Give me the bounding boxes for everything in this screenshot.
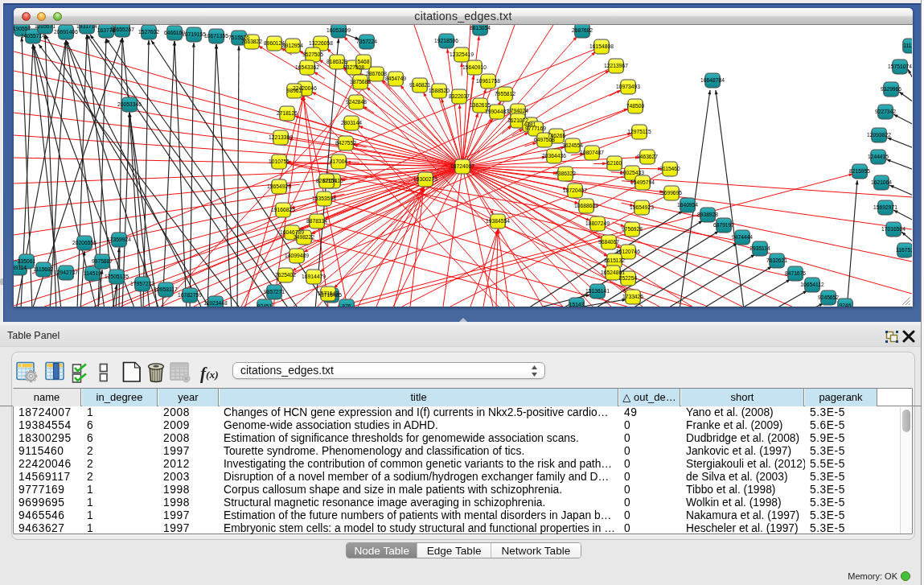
svg-text:8322037: 8322037 [449,93,470,99]
svg-text:15136141: 15136141 [585,288,610,294]
svg-text:62160: 62160 [607,160,622,166]
svg-text:9329966: 9329966 [881,86,901,92]
svg-text:20364436: 20364436 [542,153,566,159]
svg-text:39114: 39114 [14,265,27,270]
svg-text:19300273: 19300273 [413,176,437,182]
svg-text:8427552: 8427552 [335,140,356,146]
svg-text:10025433: 10025433 [620,170,644,175]
svg-text:10654112: 10654112 [800,282,824,287]
svg-text:3498222: 3498222 [294,234,314,240]
svg-text:2935114: 2935114 [749,245,770,251]
svg-text:1615132: 1615132 [604,257,625,263]
svg-text:1244415: 1244415 [868,154,889,159]
svg-text:7632621: 7632621 [766,257,787,263]
svg-text:12213967: 12213967 [604,63,628,68]
svg-text:9146821: 9146821 [409,82,430,88]
svg-text:16053809: 16053809 [326,27,351,33]
svg-text:11923448: 11923448 [203,300,228,306]
svg-text:9246: 9246 [840,303,852,307]
svg-text:8267154: 8267154 [316,178,337,183]
svg-text:12325419: 12325419 [450,51,474,57]
svg-text:19166825: 19166825 [271,207,295,212]
svg-text:7357224: 7357224 [356,39,377,44]
svg-text:6497568: 6497568 [534,137,555,142]
svg-text:8938928: 8938928 [697,212,718,217]
svg-text:19654923: 19654923 [630,204,654,210]
svg-text:9857271: 9857271 [264,289,285,295]
svg-text:17957273: 17957273 [130,281,154,286]
svg-text:15692971: 15692971 [873,204,897,210]
svg-text:19218506: 19218506 [434,38,458,43]
svg-text:9699695: 9699695 [661,190,682,196]
svg-text:98961: 98961 [287,88,302,93]
svg-text:7386322: 7386322 [555,171,576,176]
svg-text:1527602: 1527602 [138,29,159,35]
svg-text:1640954: 1640954 [677,202,698,208]
svg-text:1115682: 1115682 [33,266,53,272]
svg-text:9756928: 9756928 [622,226,643,232]
svg-text:10719155: 10719155 [182,31,206,37]
svg-text:19654925: 19654925 [267,183,291,189]
svg-text:335061: 335061 [18,258,36,264]
svg-text:20206556: 20206556 [72,240,97,245]
svg-text:8813054: 8813054 [470,25,491,31]
svg-text:19384554: 19384554 [486,218,510,224]
svg-text:12505135: 12505135 [105,274,129,279]
svg-text:9777169: 9777169 [525,126,546,131]
svg-text:14055714: 14055714 [21,33,45,39]
svg-text:9463627: 9463627 [637,154,658,159]
svg-text:8878334: 8878334 [306,218,327,224]
svg-text:18720407: 18720407 [563,187,587,193]
svg-text:11123: 11123 [903,43,912,48]
svg-text:116753: 116753 [896,247,912,253]
svg-text:20691406: 20691406 [54,29,78,35]
svg-text:13226058: 13226058 [309,40,333,46]
svg-text:10807487: 10807487 [580,150,604,155]
svg-text:16648784: 16648784 [700,77,725,83]
svg-text:1571643: 1571643 [318,290,339,296]
svg-text:9684067: 9684067 [598,239,619,245]
svg-text:8186328: 8186328 [326,59,347,64]
svg-text:12942737: 12942737 [54,270,78,275]
svg-text:1362615: 1362615 [470,102,491,108]
svg-text:8215955: 8215955 [849,168,870,174]
svg-text:9245652: 9245652 [818,295,839,300]
svg-text:15495794: 15495794 [630,179,655,185]
svg-text:9975887: 9975887 [92,258,113,264]
svg-text:16154808: 16154808 [589,43,614,49]
svg-text:12975115: 12975115 [627,129,651,134]
svg-text:15751074: 15751074 [888,64,912,69]
svg-text:10973493: 10973493 [616,84,640,89]
svg-text:8471676: 8471676 [785,270,806,276]
svg-text:17016504: 17016504 [881,226,906,232]
svg-text:3875685: 3875685 [350,79,371,84]
svg-text:10958117: 10958117 [154,286,178,292]
svg-text:7625402: 7625402 [275,272,296,278]
svg-text:10961758: 10961758 [476,78,500,84]
svg-text:252254: 252254 [619,275,638,281]
svg-text:7663822: 7663822 [241,39,262,44]
svg-text:190557: 190557 [14,26,31,31]
svg-text:9474444: 9474444 [732,234,753,240]
svg-text:10688609: 10688609 [574,203,598,208]
svg-text:9794024: 9794024 [507,108,528,113]
svg-text:10671355: 10671355 [204,33,228,39]
svg-text:5468: 5468 [358,59,370,64]
svg-text:16914479: 16914479 [302,274,326,279]
svg-text:19904483: 19904483 [485,109,509,114]
svg-text:17359924: 17359924 [107,237,131,242]
svg-text:92451: 92451 [257,303,273,307]
svg-text:2803144: 2803144 [341,120,362,126]
svg-text:14099489: 14099489 [285,253,309,258]
svg-text:16524861: 16524861 [601,270,625,275]
svg-text:10655267: 10655267 [110,27,134,32]
svg-text:9227342: 9227342 [875,109,896,114]
svg-text:9527505: 9527505 [302,51,323,57]
svg-text:8454749: 8454749 [385,76,406,81]
svg-text:2687682: 2687682 [572,27,593,33]
svg-text:3624554: 3624554 [562,142,583,148]
svg-text:748500: 748500 [626,103,645,109]
svg-text:1621064: 1621064 [871,179,892,185]
svg-text:7955812: 7955812 [495,91,515,97]
svg-text:2867608: 2867608 [366,71,387,76]
